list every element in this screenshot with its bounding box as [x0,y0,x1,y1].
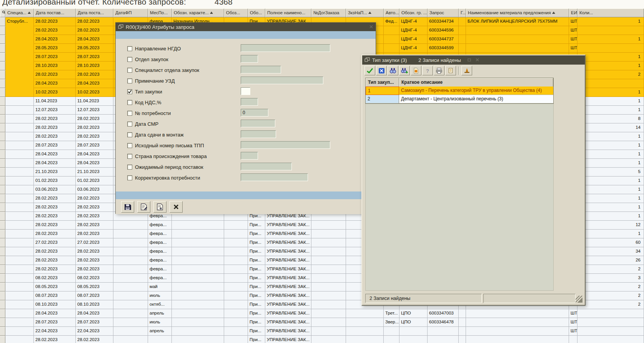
cell-d2[interactable]: 28.02.2023 [76,230,113,238]
row-select-cell[interactable] [0,106,5,115]
cell-har[interactable] [172,256,224,265]
row-select-cell[interactable] [0,265,5,274]
cell-d1[interactable]: 28.02.2023 [34,132,76,141]
cell-fp[interactable] [113,318,148,327]
cell-d2[interactable]: 08.02.2023 [76,274,113,283]
dialog-attrs-titlebar[interactable]: R00(3)/400 Атрибуты запроса [116,23,376,31]
cell-d2[interactable]: 28.02.2023 [76,256,113,265]
cell-spec[interactable] [5,62,34,70]
cell-spec[interactable] [5,318,34,327]
cell-spec[interactable] [5,70,34,79]
cell-d2[interactable]: 28.02.2023 [76,221,113,230]
cell-har[interactable] [172,291,224,300]
print-button[interactable] [434,66,444,75]
column-header-name[interactable]: Наименование материала предложения [466,8,569,17]
cell-har[interactable] [172,247,224,256]
column-header-avto[interactable]: Авто... [384,8,399,17]
cell-ob1[interactable] [224,247,248,256]
cell-har[interactable] [172,336,224,343]
cell-ei[interactable]: ШТ [569,318,577,327]
cell-mes[interactable]: февра... [148,230,172,238]
row-select-cell[interactable] [0,70,5,79]
cell-d1[interactable]: 28.02.2023 [34,212,76,221]
attribute-input[interactable] [241,173,308,181]
cell-d1[interactable]: 08.07.2023 [34,291,76,300]
cell-fp[interactable] [113,247,148,256]
attribute-input[interactable] [241,66,281,73]
cell-ob2[interactable]: При... [248,247,265,256]
cell-har[interactable] [172,238,224,247]
row-select-cell[interactable] [0,159,5,168]
column-header-kol[interactable]: Коли... [577,8,644,17]
cell-har[interactable] [172,327,224,336]
cell-mes[interactable]: май [148,283,172,291]
row-select-cell[interactable] [0,53,5,62]
cell-spec[interactable] [5,106,34,115]
cell-kol[interactable]: 14 [577,123,644,132]
row-select-cell[interactable] [0,26,5,35]
cell-kol[interactable]: 34 [577,247,644,256]
cell-d2[interactable]: 27.02.2023 [76,238,113,247]
cell-fp[interactable] [113,221,148,230]
cell-d2[interactable]: 12.07.2023 [76,106,113,115]
cell-full[interactable]: УПРАВЛЕНИЕ ЗАК... [265,256,311,265]
cell-d1[interactable]: 28.02.2023 [34,123,76,132]
attribute-input[interactable] [241,77,323,84]
find-next-button[interactable] [399,66,410,75]
cell-d2[interactable]: 28.05.2023 [76,44,113,53]
cell-spec[interactable] [5,309,34,318]
cell-kol[interactable]: 1 [577,159,644,168]
cell-kol[interactable]: 1 [577,185,644,194]
cell-ei[interactable]: ШТ [569,17,577,26]
cell-avto[interactable]: Звер... [384,318,399,327]
cell-dog[interactable] [311,309,346,318]
cell-d1[interactable]: 28.02.2023 [34,256,76,265]
cell-fp[interactable] [113,300,148,309]
table-row[interactable]: 22.04.202322.04.2023апрельПри...УПРАВЛЕН… [0,327,644,336]
cell-full[interactable]: УПРАВЛЕНИЕ ЗАК... [265,238,311,247]
cell-kol[interactable]: 2 [577,283,644,291]
cell-kol[interactable]: 2 [577,300,644,309]
cell-d2[interactable]: 28.02.2023 [76,247,113,256]
cell-g[interactable] [459,309,466,318]
cell-ob1[interactable] [224,300,248,309]
cell-d2[interactable]: 28.07.2023 [76,318,113,327]
cell-d2[interactable]: 28.02.2023 [76,115,113,123]
cell-mes[interactable]: февра... [148,247,172,256]
cell-fp[interactable] [113,238,148,247]
cell-d1[interactable]: 28.02.2023 [34,194,76,203]
cell-ob2[interactable]: При... [248,221,265,230]
cell-kol[interactable]: 1 [577,88,644,97]
cell-dog[interactable] [311,221,346,230]
multiple-selection-button[interactable] [411,66,421,75]
cell-spec[interactable] [5,115,34,123]
column-header-spec[interactable]: Специа... [5,8,34,17]
cell-d1[interactable]: 28.04.2023 [34,309,76,318]
cell-d2[interactable]: 28.02.2023 [76,336,113,343]
cell-kol[interactable]: 2 [577,291,644,300]
column-header-zkz[interactable]: ЗкзНаП... [346,8,384,17]
cell-d2[interactable]: 28.02.2023 [76,265,113,274]
find-button[interactable] [388,66,398,75]
row-select-cell[interactable] [0,150,5,159]
cell-kol[interactable] [577,318,644,327]
cell-d2[interactable]: 08.07.2023 [76,291,113,300]
cell-spec[interactable] [5,123,34,132]
cell-d1[interactable]: 08.05.2023 [34,283,76,291]
cell-d2[interactable]: 08.05.2023 [76,283,113,291]
cell-ob2[interactable]: При... [248,265,265,274]
cell-spec[interactable] [5,159,34,168]
cell-d2[interactable]: 28.04.2023 [76,35,113,44]
cell-ob1[interactable] [224,274,248,283]
cell-ob1[interactable] [224,230,248,238]
cell-mes[interactable]: февра... [148,238,172,247]
cell-g[interactable] [459,35,466,44]
cell-d1[interactable]: 28.02.2023 [34,70,76,79]
row-select-cell[interactable] [0,256,5,265]
purchase-type-row[interactable]: 1Самозакуп - Перечень категорий ТРУ в уп… [366,87,553,95]
cell-full[interactable]: УПРАВЛЕНИЕ ЗАК... [265,291,311,300]
row-select-cell[interactable] [0,230,5,238]
cell-g[interactable] [459,44,466,53]
column-header-dog[interactable]: №ДогЗаказа [311,8,346,17]
cell-spec[interactable] [5,141,34,150]
